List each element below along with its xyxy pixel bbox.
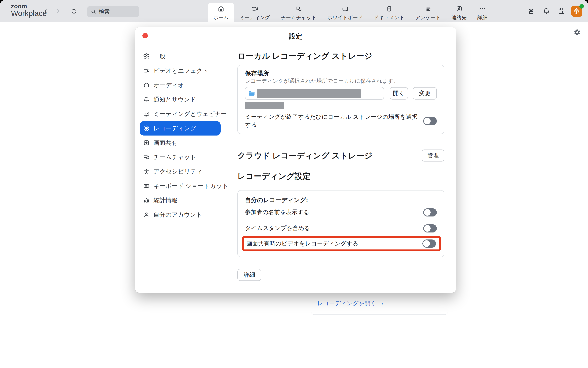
page-settings-button[interactable] (574, 29, 581, 36)
sidebar-item-screen-share[interactable]: 画面共有 (140, 136, 221, 150)
tab-label: 詳細 (477, 15, 487, 20)
sidebar-item-accessibility[interactable]: アクセシビリティ (140, 164, 221, 179)
manage-button[interactable]: 管理 (422, 149, 444, 162)
recording-settings-card: 自分のレコーディング: 参加者の名前を表示する タイムスタンプを含める 画面共有… (237, 190, 444, 257)
tab-meetings[interactable]: ミーティング (234, 3, 275, 22)
chevron-right-icon: › (381, 300, 383, 307)
change-button[interactable]: 変更 (413, 87, 437, 100)
tab-team-chat[interactable]: チームチャット (275, 3, 322, 22)
calendar-icon (558, 7, 565, 15)
notifications-button[interactable] (541, 6, 552, 17)
bell-icon (143, 96, 150, 103)
history-icon (71, 8, 77, 15)
tab-more[interactable]: 詳細 (472, 3, 493, 22)
headphones-icon (143, 82, 150, 89)
titlebar: zoom Workplace ホーム (0, 0, 588, 22)
chevron-right-icon (55, 8, 61, 15)
toggle-include-timestamp[interactable] (423, 224, 437, 232)
local-storage-heading: ローカル レコーディング ストレージ (237, 51, 444, 61)
record-video-during-share-row: 画面共有時のビデオをレコーディングする (246, 238, 436, 249)
save-location-input[interactable] (245, 87, 384, 100)
sidebar-item-team-chat[interactable]: チームチャット (140, 150, 221, 164)
sidebar-item-general[interactable]: 一般 (140, 49, 221, 64)
sidebar-item-audio[interactable]: オーディオ (140, 78, 221, 92)
sidebar-item-meetings-webinars[interactable]: ミーティングとウェビナー (140, 107, 221, 121)
show-participant-names-row: 参加者の名前を表示する (245, 204, 437, 220)
gear-icon (143, 53, 150, 60)
save-location-label: 保存場所 (245, 70, 437, 77)
search-icon (91, 9, 96, 14)
open-button[interactable]: 開く (390, 87, 408, 100)
sidebar-item-statistics[interactable]: 統計情報 (140, 193, 221, 208)
settings-sidebar: 一般 ビデオとエフェクト オーディオ 通知とサウンド (135, 44, 225, 293)
connect-device-button[interactable] (526, 6, 537, 17)
chevron-left-icon (43, 8, 49, 15)
sidebar-item-label: ミーティングとウェビナー (153, 110, 227, 118)
video-camera-icon (251, 5, 258, 13)
chat-bubbles-icon (295, 5, 302, 13)
cloud-storage-heading: クラウド レコーディング ストレージ (237, 151, 373, 160)
sidebar-item-my-account[interactable]: 自分のアカウント (140, 208, 221, 222)
sidebar-item-keyboard-shortcuts[interactable]: キーボード ショートカット (140, 179, 221, 193)
sidebar-item-video-effects[interactable]: ビデオとエフェクト (140, 64, 221, 78)
tab-docs[interactable]: ドキュメント (368, 3, 410, 22)
whiteboard-icon (342, 5, 349, 13)
video-camera-icon (143, 67, 150, 74)
home-page: レコーディングを開く › 設定 一般 ビデオとエフェクト (0, 22, 588, 368)
sidebar-item-label: キーボード ショートカット (153, 182, 228, 190)
contact-card-icon (456, 5, 463, 13)
forward-button[interactable] (54, 7, 62, 16)
avatar[interactable]: 参 (571, 6, 582, 17)
tab-home[interactable]: ホーム (208, 3, 234, 22)
sidebar-item-label: 一般 (153, 52, 165, 61)
more-ellipsis-icon (479, 5, 486, 13)
search-input[interactable] (98, 6, 137, 18)
avatar-initial: 参 (574, 7, 580, 15)
highlight-annotation: 画面共有時のビデオをレコーディングする (243, 236, 441, 251)
survey-poll-icon (424, 5, 432, 13)
sidebar-item-recording[interactable]: レコーディング (140, 121, 221, 136)
tab-surveys[interactable]: アンケート (410, 3, 446, 22)
person-icon (143, 211, 150, 218)
settings-dialog-body: 一般 ビデオとエフェクト オーディオ 通知とサウンド (135, 44, 456, 293)
cast-device-icon (527, 7, 535, 15)
keyboard-icon (143, 183, 150, 189)
tab-label: チームチャット (281, 15, 317, 20)
tab-whiteboard[interactable]: ホワイトボード (322, 3, 369, 22)
main-tabs: ホーム ミーティング チームチャット ホワイトボード ドキュメント アンケート (208, 3, 493, 22)
sidebar-item-label: アクセシビリティ (153, 167, 203, 176)
tab-label: ドキュメント (374, 15, 405, 20)
recording-settings-heading: レコーディング設定 (237, 171, 444, 181)
sidebar-item-notifications-sound[interactable]: 通知とサウンド (140, 92, 221, 107)
tab-label: ホーム (213, 15, 229, 20)
sidebar-item-label: 自分のアカウント (153, 211, 202, 219)
my-recordings-label: 自分のレコーディング: (245, 196, 437, 204)
tab-contacts[interactable]: 連絡先 (446, 3, 472, 22)
search-box (87, 6, 140, 17)
cloud-storage-row: クラウド レコーディング ストレージ 管理 (237, 149, 444, 162)
details-button[interactable]: 詳細 (237, 269, 261, 281)
sidebar-item-label: 画面共有 (153, 139, 177, 147)
meeting-screen-icon (143, 110, 150, 117)
redacted-path (257, 89, 361, 98)
open-recordings-link[interactable]: レコーディングを開く › (317, 299, 383, 307)
settings-dialog: 設定 一般 ビデオとエフェクト オーディオ (135, 27, 456, 293)
back-button[interactable] (41, 7, 50, 16)
document-icon (386, 5, 393, 13)
home-icon (217, 5, 224, 13)
toggle-choose-location[interactable] (423, 117, 437, 125)
sidebar-item-label: 統計情報 (153, 196, 177, 204)
presence-dot (579, 4, 584, 9)
save-location-row: 開く 変更 (245, 87, 437, 100)
include-timestamp-label: タイムスタンプを含める (245, 224, 310, 232)
redacted-info (245, 102, 284, 109)
screen: zoom Workplace ホーム (0, 0, 588, 368)
gear-icon (574, 34, 581, 37)
toggle-show-participant-names[interactable] (423, 208, 437, 216)
local-storage-card: 保存場所 レコーディングが選択された場所でローカルに保存されます。 開く 変更 (237, 65, 444, 134)
history-button[interactable] (70, 7, 78, 16)
save-location-description: レコーディングが選択された場所でローカルに保存されます。 (245, 78, 437, 84)
calendar-button[interactable] (556, 6, 567, 17)
toggle-record-video-during-share[interactable] (422, 239, 436, 248)
bell-icon (543, 7, 550, 15)
